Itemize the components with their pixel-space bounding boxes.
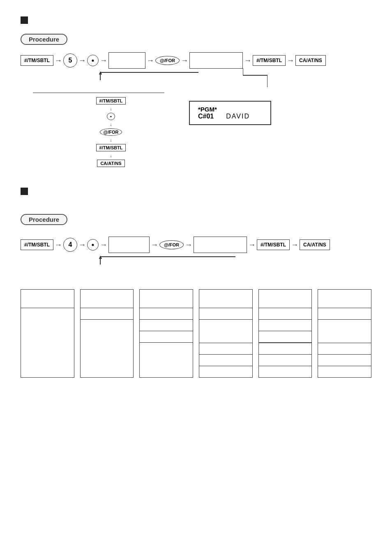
arrow2-6: →	[247, 241, 257, 249]
table-6-foot2	[318, 354, 371, 366]
section1-marker	[21, 16, 28, 24]
table-4	[199, 289, 253, 378]
arrow2-5: →	[184, 241, 194, 249]
flow2-node-dot: •	[87, 239, 99, 251]
section2: Procedure #/TM/SBTL → 4 → • → → @/FOR	[21, 188, 371, 378]
arrow2: →	[77, 56, 87, 65]
tables-section	[21, 289, 371, 378]
table-3	[139, 289, 193, 378]
display-david: DAVID	[226, 113, 250, 120]
table-5-row1	[259, 308, 312, 320]
arrow2-4: →	[150, 241, 159, 249]
table-5-foot1	[259, 343, 312, 354]
table-1-header	[21, 290, 74, 308]
flow-node-5: 5	[63, 53, 77, 67]
table-5-header1	[259, 290, 312, 308]
table-3-row3	[140, 331, 193, 343]
arrow5: →	[180, 56, 189, 65]
table-6-foot1	[318, 343, 371, 354]
flow-node-ca1: CA/AT/NS	[295, 55, 326, 66]
procedure-badge-2: Procedure	[21, 214, 67, 225]
table-3-row1	[140, 308, 193, 320]
flow2-node-4: 4	[63, 238, 77, 252]
flow-node-input2	[189, 52, 243, 69]
table-5-foot3	[259, 366, 312, 377]
table-3-row2	[140, 320, 193, 331]
arrow7: →	[286, 56, 295, 65]
section2-marker	[21, 188, 28, 195]
arrow3: →	[99, 56, 108, 65]
arrow2-1: →	[53, 241, 63, 249]
table-5-foot2	[259, 354, 312, 366]
flow2-node-for1: @/FOR	[159, 240, 184, 249]
table-4-foot1	[199, 343, 252, 354]
table-6-row1	[318, 308, 371, 320]
section1: Procedure #/TM/SBTL → 5 → • → → @/FOR →	[21, 16, 371, 167]
flow-diagram-1: #/TM/SBTL → 5 → • → → @/FOR →	[21, 52, 371, 80]
table-4-header	[199, 290, 252, 308]
table-6	[318, 289, 371, 378]
table-2-header1	[81, 290, 134, 308]
flow-node-tm2: #/TM/SBTL	[253, 55, 286, 66]
flow2-node-input1	[108, 237, 150, 253]
display-line1: *PGM*	[198, 106, 262, 113]
flow-node-dot: •	[87, 55, 99, 66]
flow-node-input1	[108, 52, 145, 69]
table-4-row1	[199, 308, 252, 320]
table-5-row3	[259, 331, 312, 343]
arrow2-7: →	[290, 241, 300, 249]
arrow2-2: →	[77, 241, 87, 249]
key-for: @/FOR	[100, 128, 122, 136]
key-sequence-section: #/TM/SBTL ↓ • ↓ @/FOR ↓ #/TM/SBTL ↓ CA/A…	[33, 93, 164, 167]
flow2-node-input2	[194, 237, 247, 253]
table-6-foot3	[318, 366, 371, 377]
arrow1: →	[53, 56, 63, 65]
table-1	[21, 289, 74, 378]
table-4-foot3	[199, 366, 252, 377]
table-3-header	[140, 290, 193, 308]
table-2	[80, 289, 134, 378]
key-ca: CA/AT/NS	[97, 160, 125, 167]
arrow2-3: →	[99, 241, 108, 249]
display-c01: C#01	[198, 113, 214, 120]
table-6-header1	[318, 290, 371, 308]
table-2-header2	[81, 308, 134, 320]
key-dot: •	[107, 113, 115, 120]
display-screen: *PGM* C#01 DAVID	[189, 101, 271, 125]
flow2-node-tm2: #/TM/SBTL	[257, 239, 290, 250]
flow2-node-tm1: #/TM/SBTL	[21, 239, 53, 250]
arrow6: →	[243, 56, 253, 65]
flow2-node-ca1: CA/AT/NS	[300, 239, 330, 250]
flow-diagram-2: #/TM/SBTL → 4 → • → → @/FOR → →	[21, 237, 371, 265]
table-4-foot2	[199, 354, 252, 366]
table-5	[258, 289, 312, 378]
arrow4: →	[145, 56, 155, 65]
flow-node-for1: @/FOR	[155, 56, 180, 65]
procedure-badge-1: Procedure	[21, 34, 67, 45]
key-tmsbtl: #/TM/SBTL	[96, 144, 126, 151]
key-tm: #/TM/SBTL	[96, 97, 126, 104]
flow-node-tm1: #/TM/SBTL	[21, 55, 53, 66]
table-5-row2	[259, 320, 312, 331]
